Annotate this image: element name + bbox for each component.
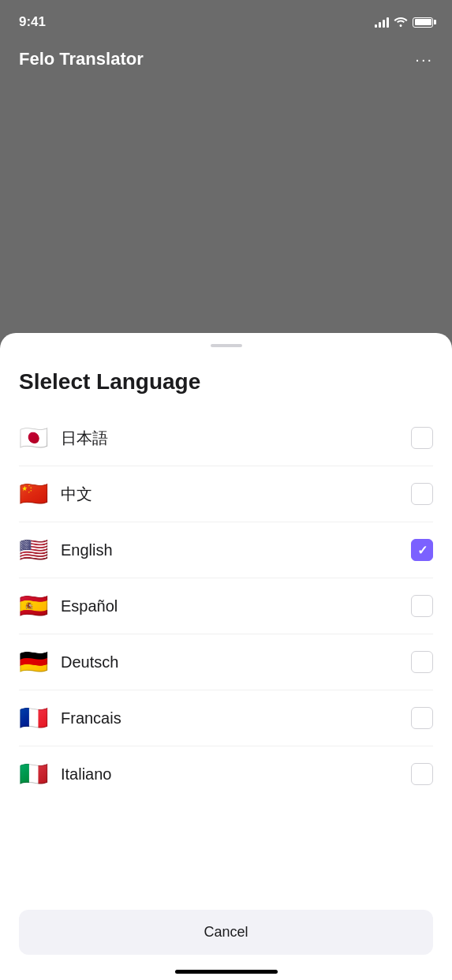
language-item-italian[interactable]: 🇮🇹Italiano (19, 746, 433, 802)
lang-left: 🇫🇷Francais (19, 706, 121, 730)
language-item-japanese[interactable]: 🇯🇵日本語 (19, 410, 433, 466)
wifi-icon (394, 16, 408, 29)
flag-english: 🇺🇸 (19, 538, 48, 562)
checkbox-french[interactable] (411, 707, 433, 729)
lang-name-spanish: Español (61, 597, 118, 615)
lang-name-german: Deutsch (61, 653, 118, 671)
flag-french: 🇫🇷 (19, 706, 48, 730)
lang-left: 🇮🇹Italiano (19, 762, 112, 786)
flag-spanish: 🇪🇸 (19, 594, 48, 618)
bottom-sheet: Slelect Language 🇯🇵日本語🇨🇳中文🇺🇸English🇪🇸Esp… (0, 333, 452, 980)
lang-left: 🇪🇸Español (19, 594, 118, 618)
sheet-title: Slelect Language (0, 347, 452, 410)
language-list: 🇯🇵日本語🇨🇳中文🇺🇸English🇪🇸Español🇩🇪Deutsch🇫🇷Fr… (0, 410, 452, 900)
language-item-spanish[interactable]: 🇪🇸Español (19, 578, 433, 634)
signal-icon (375, 17, 389, 28)
lang-left: 🇺🇸English (19, 538, 113, 562)
status-time: 9:41 (19, 14, 46, 30)
language-item-french[interactable]: 🇫🇷Francais (19, 690, 433, 746)
lang-left: 🇨🇳中文 (19, 482, 92, 506)
language-item-english[interactable]: 🇺🇸English (19, 522, 433, 578)
lang-name-english: English (61, 541, 113, 559)
flag-chinese: 🇨🇳 (19, 482, 48, 506)
lang-name-french: Francais (61, 709, 121, 728)
status-bar: 9:41 (0, 0, 452, 39)
lang-name-chinese: 中文 (61, 484, 92, 505)
checkbox-spanish[interactable] (411, 595, 433, 617)
app-header: Felo Translator ··· (0, 39, 452, 79)
more-button[interactable]: ··· (415, 50, 433, 69)
flag-japanese: 🇯🇵 (19, 426, 48, 450)
lang-name-italian: Italiano (61, 765, 112, 784)
checkbox-german[interactable] (411, 651, 433, 673)
background-area (0, 79, 452, 324)
language-item-german[interactable]: 🇩🇪Deutsch (19, 634, 433, 690)
app-title: Felo Translator (19, 49, 144, 69)
lang-left: 🇯🇵日本語 (19, 426, 108, 450)
flag-german: 🇩🇪 (19, 650, 48, 674)
checkbox-japanese[interactable] (411, 427, 433, 449)
lang-name-japanese: 日本語 (61, 428, 108, 449)
cancel-button[interactable]: Cancel (19, 910, 433, 955)
checkbox-chinese[interactable] (411, 483, 433, 505)
lang-left: 🇩🇪Deutsch (19, 650, 118, 674)
checkbox-italian[interactable] (411, 763, 433, 785)
battery-icon (413, 17, 433, 28)
status-icons (375, 16, 433, 29)
home-indicator (175, 970, 278, 974)
checkbox-english[interactable] (411, 539, 433, 561)
cancel-area: Cancel (0, 900, 452, 980)
language-item-chinese[interactable]: 🇨🇳中文 (19, 466, 433, 522)
flag-italian: 🇮🇹 (19, 762, 48, 786)
